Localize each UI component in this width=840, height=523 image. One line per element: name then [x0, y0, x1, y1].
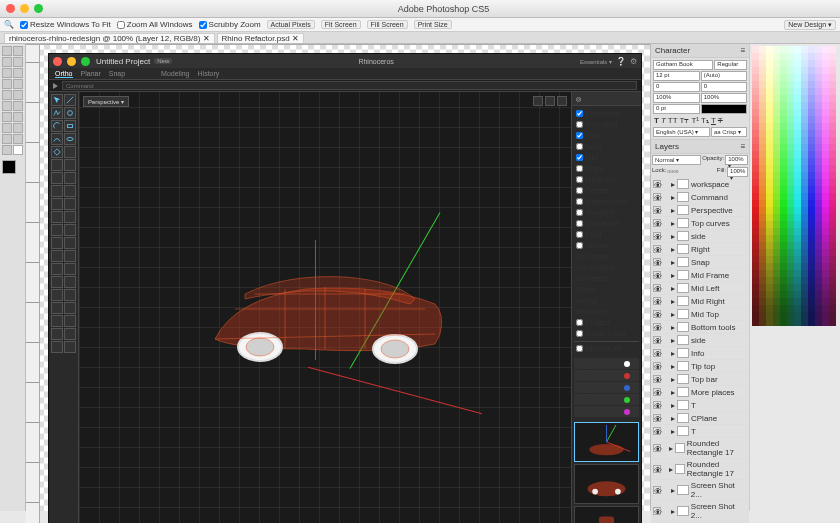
swatch[interactable] — [780, 172, 787, 179]
cylinder-tool-icon[interactable] — [51, 172, 63, 184]
swatch[interactable] — [829, 193, 836, 200]
point-tool-icon[interactable] — [64, 315, 76, 327]
swatch[interactable] — [759, 158, 766, 165]
swatch[interactable] — [794, 193, 801, 200]
document-tab[interactable]: rhinoceros-rhino-redesign @ 100% (Layer … — [4, 33, 215, 43]
swatch[interactable] — [773, 200, 780, 207]
swatch[interactable] — [822, 249, 829, 256]
scale-tool-icon[interactable] — [51, 276, 63, 288]
swatch[interactable] — [794, 165, 801, 172]
swatch[interactable] — [752, 158, 759, 165]
swatch[interactable] — [787, 235, 794, 242]
swatch[interactable] — [773, 214, 780, 221]
viewport-thumb[interactable] — [574, 422, 639, 462]
swatch[interactable] — [787, 144, 794, 151]
swatch[interactable] — [815, 74, 822, 81]
swatch[interactable] — [787, 88, 794, 95]
swatch[interactable] — [766, 186, 773, 193]
swatch[interactable] — [780, 284, 787, 291]
swatch[interactable] — [794, 109, 801, 116]
sphere-tool-icon[interactable] — [64, 159, 76, 171]
swatch[interactable] — [808, 46, 815, 53]
swatch[interactable] — [815, 263, 822, 270]
sub-button[interactable]: T₁ — [701, 116, 709, 125]
swatch[interactable] — [815, 242, 822, 249]
swatch[interactable] — [752, 263, 759, 270]
swatch[interactable] — [822, 277, 829, 284]
swatch[interactable] — [822, 67, 829, 74]
disable-all[interactable]: Disable All — [574, 341, 639, 354]
swatch[interactable] — [780, 81, 787, 88]
swatch[interactable] — [752, 74, 759, 81]
swatch[interactable] — [752, 53, 759, 60]
swatch[interactable] — [787, 60, 794, 67]
swatch[interactable] — [801, 186, 808, 193]
swatch[interactable] — [822, 305, 829, 312]
swatch[interactable] — [822, 263, 829, 270]
swatch[interactable] — [822, 242, 829, 249]
osnap-project[interactable]: Project — [574, 317, 639, 328]
swatch[interactable] — [794, 263, 801, 270]
swatch[interactable] — [759, 102, 766, 109]
fill-field[interactable]: 100% ▾ — [727, 167, 748, 177]
swatch[interactable] — [801, 137, 808, 144]
swatch[interactable] — [787, 46, 794, 53]
vscale-field[interactable]: 100% — [653, 93, 700, 103]
eraser-tool-icon[interactable] — [2, 101, 12, 111]
swatch[interactable] — [808, 172, 815, 179]
swatch[interactable] — [752, 165, 759, 172]
swatch[interactable] — [794, 284, 801, 291]
wand-tool-icon[interactable] — [13, 57, 23, 67]
swatch[interactable] — [780, 235, 787, 242]
swatch[interactable] — [780, 144, 787, 151]
swatch[interactable] — [759, 74, 766, 81]
swatch[interactable] — [829, 319, 836, 326]
swatch[interactable] — [752, 235, 759, 242]
swatch[interactable] — [773, 67, 780, 74]
swatch[interactable] — [801, 270, 808, 277]
swatch[interactable] — [815, 235, 822, 242]
osnap-item[interactable]: Mid — [574, 152, 639, 163]
swatch[interactable] — [773, 193, 780, 200]
swatch[interactable] — [822, 179, 829, 186]
swatch[interactable] — [752, 179, 759, 186]
swatch[interactable] — [822, 186, 829, 193]
swatch[interactable] — [773, 207, 780, 214]
swatch[interactable] — [829, 102, 836, 109]
swatch[interactable] — [752, 284, 759, 291]
swatch[interactable] — [829, 67, 836, 74]
swatch[interactable] — [808, 249, 815, 256]
visibility-icon[interactable]: 👁 — [653, 427, 661, 435]
swatch[interactable] — [794, 102, 801, 109]
vp-grid-icon[interactable] — [533, 96, 543, 106]
swatch[interactable] — [829, 95, 836, 102]
pointer-tool-icon[interactable] — [51, 94, 63, 106]
swatch[interactable] — [773, 284, 780, 291]
swatch[interactable] — [780, 263, 787, 270]
swatch[interactable] — [773, 228, 780, 235]
swatch[interactable] — [773, 109, 780, 116]
swatch[interactable] — [759, 200, 766, 207]
swatch[interactable] — [829, 242, 836, 249]
swatch[interactable] — [759, 312, 766, 319]
visibility-icon[interactable]: 👁 — [653, 323, 661, 331]
swatch[interactable] — [808, 214, 815, 221]
italic-button[interactable]: T — [661, 116, 666, 125]
swatch[interactable] — [780, 60, 787, 67]
box-tool-icon[interactable] — [51, 159, 63, 171]
swatch[interactable] — [801, 116, 808, 123]
swatch[interactable] — [787, 284, 794, 291]
swatch[interactable] — [766, 95, 773, 102]
hand-tool-icon[interactable] — [2, 145, 12, 155]
swatch[interactable] — [780, 277, 787, 284]
swatch[interactable] — [815, 88, 822, 95]
swatch[interactable] — [801, 312, 808, 319]
swatch[interactable] — [794, 130, 801, 137]
swatch[interactable] — [766, 298, 773, 305]
swatch[interactable] — [794, 249, 801, 256]
vp-shade-icon[interactable] — [557, 96, 567, 106]
swatch[interactable] — [780, 74, 787, 81]
swatch[interactable] — [794, 186, 801, 193]
lasso-tool-icon[interactable] — [2, 57, 12, 67]
blend-mode-dropdown[interactable]: Normal ▾ — [652, 155, 701, 165]
